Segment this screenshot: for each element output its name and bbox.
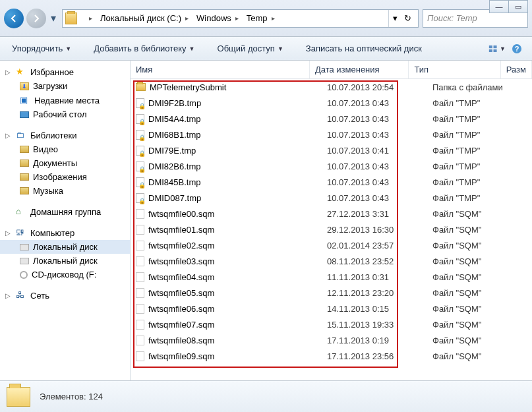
file-name: fwtsqmfile00.sqm xyxy=(148,209,214,219)
folder-icon xyxy=(20,173,29,181)
file-name: fwtsqmfile09.sqm xyxy=(148,351,214,361)
table-row[interactable]: DMI79E.tmp10.07.2013 0:41Файл "TMP" xyxy=(131,142,532,158)
file-icon xyxy=(136,130,144,140)
file-name: MPTelemetrySubmit xyxy=(150,82,226,92)
file-type: Файл "TMP" xyxy=(427,177,525,187)
share-button[interactable]: Общий доступ▼ xyxy=(212,41,289,56)
svg-rect-3 xyxy=(494,49,497,51)
sidebar-favorites[interactable]: ▷★Избранное xyxy=(0,65,130,79)
nav-history-dropdown[interactable]: ▾ xyxy=(49,12,58,24)
table-row[interactable]: fwtsqmfile03.sqm08.11.2013 23:52Файл "SQ… xyxy=(131,253,532,269)
file-icon xyxy=(136,177,144,187)
file-type: Файл "SQM" xyxy=(427,304,525,314)
breadcrumb-c[interactable]: Локальный диск (C:)▸ xyxy=(96,10,192,27)
window-controls: — ▭ xyxy=(490,0,528,13)
cd-icon xyxy=(20,271,28,279)
folder-large-icon xyxy=(7,387,30,407)
file-name: fwtsqmfile06.sqm xyxy=(148,304,214,314)
sidebar-item-recent[interactable]: ▣Недавние места xyxy=(0,93,130,107)
sidebar-network[interactable]: ▷🖧Сеть xyxy=(0,288,130,303)
table-row[interactable]: DMI82B6.tmp10.07.2013 0:43Файл "TMP" xyxy=(131,158,532,174)
sidebar-computer[interactable]: ▷🖳Компьютер xyxy=(0,225,130,240)
file-type: Файл "SQM" xyxy=(427,225,525,235)
minimize-button[interactable]: — xyxy=(489,0,509,13)
desktop-icon xyxy=(20,111,29,118)
folder-icon xyxy=(20,187,29,194)
sidebar-libraries[interactable]: ▷🗀Библиотеки xyxy=(0,128,130,142)
table-row[interactable]: fwtsqmfile05.sqm12.11.2013 23:20Файл "SQ… xyxy=(131,285,532,301)
maximize-button[interactable]: ▭ xyxy=(508,0,528,13)
help-icon: ? xyxy=(512,44,522,54)
table-row[interactable]: MPTelemetrySubmit10.07.2013 20:54Папка с… xyxy=(131,79,532,95)
table-row[interactable]: DMI9F2B.tmp10.07.2013 0:43Файл "TMP" xyxy=(131,95,532,111)
breadcrumb-root[interactable]: ▸ xyxy=(81,10,96,27)
file-date: 10.07.2013 0:43 xyxy=(322,193,427,203)
col-type-header[interactable]: Тип xyxy=(409,61,500,78)
burn-disc-button[interactable]: Записать на оптический диск xyxy=(301,41,427,56)
table-row[interactable]: fwtsqmfile07.sqm15.11.2013 19:33Файл "SQ… xyxy=(131,316,532,332)
table-row[interactable]: fwtsqmfile00.sqm27.12.2013 3:31Файл "SQM… xyxy=(131,206,532,221)
breadcrumb-windows[interactable]: Windows▸ xyxy=(192,10,243,27)
file-name: DMI845B.tmp xyxy=(148,177,200,187)
view-options-button[interactable]: ▼ xyxy=(488,41,506,57)
col-date-header[interactable]: Дата изменения xyxy=(310,61,409,78)
file-icon xyxy=(136,336,144,345)
refresh-button[interactable]: ↻ xyxy=(404,13,411,23)
view-icon xyxy=(488,44,498,53)
organize-button[interactable]: Упорядочить▼ xyxy=(7,41,76,56)
table-row[interactable]: DMI845B.tmp10.07.2013 0:43Файл "TMP" xyxy=(131,174,532,190)
file-icon xyxy=(136,320,144,330)
file-name: DMI82B6.tmp xyxy=(148,162,200,171)
file-list: Имя Дата изменения Тип Разм MPTelemetryS… xyxy=(131,61,532,380)
status-label: Элементов: xyxy=(40,392,86,401)
table-row[interactable]: DMI68B1.tmp10.07.2013 0:43Файл "TMP" xyxy=(131,127,532,142)
table-row[interactable]: fwtsqmfile01.sqm29.12.2013 16:30Файл "SQ… xyxy=(131,221,532,237)
file-date: 10.07.2013 20:54 xyxy=(322,82,427,92)
sidebar-item-videos[interactable]: Видео xyxy=(0,142,130,156)
file-date: 10.07.2013 0:43 xyxy=(322,177,427,187)
sidebar-item-local-disk-1[interactable]: Локальный диск xyxy=(0,254,130,268)
column-headers: Имя Дата изменения Тип Разм xyxy=(131,61,532,79)
file-icon xyxy=(136,272,144,282)
address-bar[interactable]: ▸ Локальный диск (C:)▸ Windows▸ Temp▸ ▾ … xyxy=(62,9,419,28)
file-name: DMI54A4.tmp xyxy=(148,114,200,124)
sidebar-item-downloads[interactable]: Загрузки xyxy=(0,79,130,93)
file-icon xyxy=(136,351,144,361)
libraries-icon: 🗀 xyxy=(16,130,26,140)
file-type: Файл "TMP" xyxy=(427,98,525,108)
file-icon xyxy=(136,162,144,171)
file-icon xyxy=(136,98,144,108)
sidebar-item-pictures[interactable]: Изображения xyxy=(0,170,130,184)
table-row[interactable]: DMID087.tmp10.07.2013 0:43Файл "TMP" xyxy=(131,190,532,206)
file-icon xyxy=(136,146,144,156)
add-to-library-button[interactable]: Добавить в библиотеку▼ xyxy=(88,41,200,56)
breadcrumb-temp[interactable]: Temp▸ xyxy=(243,10,279,27)
file-type: Файл "SQM" xyxy=(427,336,525,345)
nav-forward-button[interactable] xyxy=(26,9,46,28)
table-row[interactable]: DMI54A4.tmp10.07.2013 0:43Файл "TMP" xyxy=(131,111,532,127)
file-date: 10.07.2013 0:43 xyxy=(322,98,427,108)
nav-back-button[interactable] xyxy=(4,9,24,28)
svg-rect-1 xyxy=(494,45,497,47)
sidebar-homegroup[interactable]: ⌂Домашняя группа xyxy=(0,204,130,219)
file-date: 11.11.2013 0:31 xyxy=(322,272,427,282)
table-row[interactable]: fwtsqmfile02.sqm02.01.2014 23:57Файл "SQ… xyxy=(131,237,532,253)
col-size-header[interactable]: Разм xyxy=(501,61,532,78)
toolbar: Упорядочить▼ Добавить в библиотеку▼ Общи… xyxy=(0,37,532,61)
arrow-right-icon xyxy=(32,14,41,23)
sidebar-item-local-disk-0[interactable]: Локальный диск xyxy=(0,240,130,254)
table-row[interactable]: fwtsqmfile08.sqm17.11.2013 0:19Файл "SQM… xyxy=(131,332,532,348)
sidebar-item-desktop[interactable]: Рабочий стол xyxy=(0,107,130,121)
sidebar-item-documents[interactable]: Документы xyxy=(0,156,130,170)
file-date: 17.11.2013 23:56 xyxy=(322,351,427,361)
help-button[interactable]: ? xyxy=(508,41,525,57)
address-dropdown-button[interactable]: ▾ xyxy=(393,13,398,23)
col-name-header[interactable]: Имя xyxy=(131,61,310,78)
table-row[interactable]: fwtsqmfile04.sqm11.11.2013 0:31Файл "SQM… xyxy=(131,269,532,285)
folder-icon xyxy=(20,146,29,153)
sidebar-item-music[interactable]: Музыка xyxy=(0,184,130,198)
file-date: 10.07.2013 0:43 xyxy=(322,130,427,140)
table-row[interactable]: fwtsqmfile09.sqm17.11.2013 23:56Файл "SQ… xyxy=(131,348,532,364)
table-row[interactable]: fwtsqmfile06.sqm14.11.2013 0:15Файл "SQM… xyxy=(131,301,532,316)
sidebar-item-cd-drive[interactable]: CD-дисковод (F: xyxy=(0,268,130,281)
